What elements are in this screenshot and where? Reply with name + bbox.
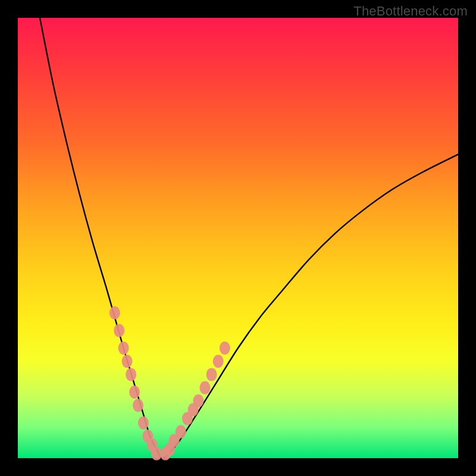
marker-dot [129, 386, 140, 399]
marker-dot [126, 368, 136, 381]
marker-dot [133, 399, 143, 412]
marker-dot [138, 416, 149, 430]
marker-dot [114, 324, 124, 337]
marker-dot [200, 381, 211, 394]
marker-dot [176, 425, 186, 439]
marker-dot [206, 368, 217, 381]
bottleneck-curve [40, 18, 458, 458]
marker-dot [213, 355, 224, 368]
curve-markers [109, 306, 230, 461]
marker-dot [220, 342, 230, 355]
marker-dot [193, 394, 203, 408]
watermark-text: TheBottleneck.com [353, 4, 468, 19]
marker-dot [118, 342, 129, 355]
marker-dot [109, 306, 120, 320]
chart-svg [18, 18, 458, 458]
chart-frame: TheBottleneck.com [0, 0, 476, 476]
marker-dot [122, 355, 133, 368]
